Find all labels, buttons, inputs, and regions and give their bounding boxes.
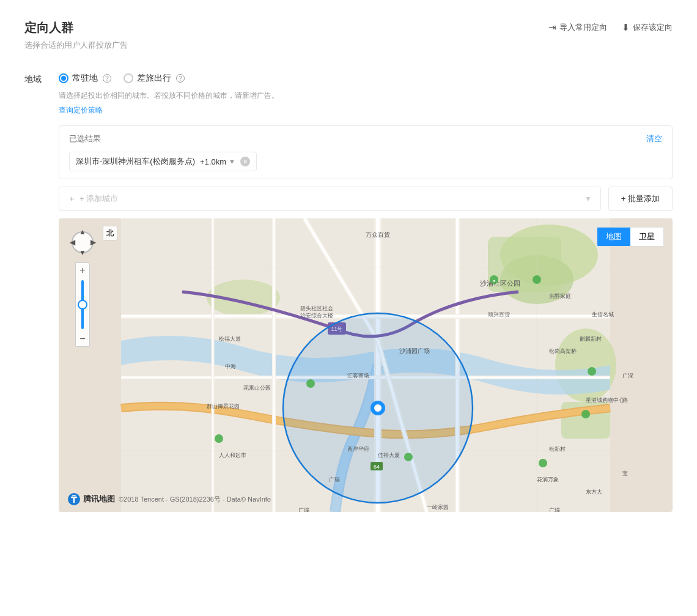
copyright-text: ©2018 Tencent - GS(2018)2236号 - Data© Na…: [119, 495, 271, 504]
header-left: 定向人群 选择合适的用户人群投放广告: [24, 20, 128, 51]
tencent-map-text: 腾讯地图: [83, 494, 115, 505]
save-button[interactable]: ⬇ 保存该定向: [622, 22, 673, 33]
selected-results-box: 已选结果 清空 深圳市-深圳神州租车(松岗服务点) +1.0km ▼ ✕: [59, 125, 673, 179]
zoom-out-button[interactable]: −: [75, 332, 90, 346]
svg-text:花润万象: 花润万象: [537, 477, 559, 483]
radio-travel[interactable]: 差旅出行 ?: [124, 73, 185, 84]
pricing-link[interactable]: 查询定价策略: [59, 105, 103, 116]
radio-permanent-label: 常驻地: [72, 73, 98, 84]
svg-point-60: [588, 367, 596, 376]
selected-tag: 深圳市-深圳神州租车(松岗服务点) +1.0km ▼ ✕: [69, 152, 257, 171]
import-icon: ⇥: [548, 22, 556, 33]
svg-point-23: [374, 404, 382, 412]
svg-text:64: 64: [374, 464, 380, 470]
import-button[interactable]: ⇥ 导入常用定向: [548, 22, 607, 33]
distance-value: +1.0km: [200, 157, 226, 166]
tencent-logo-icon: [67, 492, 81, 506]
svg-point-62: [533, 275, 541, 284]
map-background: 11号 沙浦社区公园 沙浦园广场 顺兴百货 碧头社区社会 治安综合大楼 松岗高架…: [59, 218, 673, 512]
map-navigation: ▲ ▼ ◀ ▶ + −: [67, 227, 98, 347]
svg-point-59: [404, 453, 413, 461]
radio-permanent[interactable]: 常驻地 ?: [59, 73, 111, 84]
map-copyright: 腾讯地图 ©2018 Tencent - GS(2018)2236号 - Dat…: [67, 492, 271, 506]
region-label: 地域: [24, 68, 59, 512]
nav-up-button[interactable]: ▲: [78, 227, 87, 237]
plus-icon: ＋: [68, 193, 76, 204]
svg-text:生信名城: 生信名城: [592, 311, 614, 317]
distance-arrow-icon: ▼: [229, 158, 235, 165]
zoom-control: + −: [75, 262, 90, 347]
region-section: 地域 常驻地 ? 差旅出行 ? 请选择起投出价相同的城市。若投放不同价格的城市，…: [24, 68, 673, 512]
svg-text:广深: 广深: [622, 373, 633, 379]
svg-point-57: [581, 410, 590, 418]
north-indicator: 北: [103, 226, 117, 240]
map-view-button[interactable]: 地图: [597, 228, 630, 246]
svg-text:碧头社区社会: 碧头社区社会: [300, 305, 333, 311]
batch-add-button[interactable]: + 批量添加: [608, 187, 673, 211]
svg-text:路: 路: [622, 397, 628, 403]
svg-text:松岗高架桥: 松岗高架桥: [549, 348, 577, 354]
radio-circle-travel: [124, 73, 133, 83]
page-container: 定向人群 选择合适的用户人群投放广告 ⇥ 导入常用定向 ⬇ 保存该定向 地域 常…: [0, 0, 697, 616]
svg-text:星港城购物中心: 星港城购物中心: [586, 397, 624, 403]
nav-left-button[interactable]: ◀: [67, 237, 77, 247]
permanent-help-icon[interactable]: ?: [103, 74, 111, 83]
svg-text:中海: 中海: [225, 363, 236, 369]
svg-text:万众百货: 万众百货: [366, 231, 390, 238]
save-icon: ⬇: [622, 22, 630, 33]
page-title: 定向人群: [24, 20, 128, 36]
satellite-view-button[interactable]: 卫星: [630, 228, 663, 246]
map-toggle: 地图 卫星: [597, 227, 664, 247]
svg-text:广瑞: 广瑞: [298, 507, 309, 512]
svg-text:汇客商场: 汇客商场: [347, 373, 369, 379]
results-label: 已选结果: [69, 133, 101, 144]
radio-group: 常驻地 ? 差旅出行 ?: [59, 68, 673, 84]
svg-point-56: [306, 379, 315, 388]
svg-text:松新村: 松新村: [549, 446, 566, 452]
select-arrow-icon: ▼: [585, 195, 592, 203]
page-subtitle: 选择合适的用户人群投放广告: [24, 40, 128, 51]
svg-text:人人和起市: 人人和起市: [219, 452, 246, 458]
svg-text:佳裕大厦: 佳裕大厦: [378, 452, 400, 458]
add-city-select[interactable]: ＋ + 添加城市 ▼: [59, 187, 601, 211]
zoom-thumb[interactable]: [78, 300, 87, 310]
svg-text:沙浦园广场: 沙浦园广场: [399, 347, 430, 354]
svg-text:西岸华府: 西岸华府: [347, 446, 369, 452]
zoom-track: [81, 280, 84, 329]
map-container: 11号 沙浦社区公园 沙浦园广场 顺兴百货 碧头社区社会 治安综合大楼 松岗高架…: [59, 218, 673, 512]
svg-text:洪爵家庭: 洪爵家庭: [549, 293, 571, 299]
tag-close-button[interactable]: ✕: [240, 157, 250, 166]
add-city-placeholder: ＋ + 添加城市: [68, 193, 118, 204]
svg-text:顺兴百货: 顺兴百货: [488, 311, 510, 317]
tencent-logo: 腾讯地图: [67, 492, 115, 506]
region-content: 常驻地 ? 差旅出行 ? 请选择起投出价相同的城市。若投放不同价格的城市，请新增…: [59, 68, 673, 512]
svg-point-58: [215, 434, 223, 443]
svg-text:广瑞: 广瑞: [329, 477, 340, 483]
nav-down-button[interactable]: ▼: [78, 248, 87, 258]
radio-travel-label: 差旅出行: [137, 73, 171, 84]
results-header: 已选结果 清空: [69, 133, 662, 144]
tag-distance: +1.0km ▼: [200, 157, 235, 166]
radio-circle-permanent: [59, 73, 68, 83]
svg-text:治安综合大楼: 治安综合大楼: [300, 313, 333, 319]
svg-text:●: ●: [493, 278, 495, 283]
svg-text:东方大: 东方大: [586, 489, 602, 495]
svg-text:群山御景花园: 群山御景花园: [207, 403, 240, 409]
clear-button[interactable]: 清空: [646, 133, 662, 144]
svg-text:沙浦社区公园: 沙浦社区公园: [480, 280, 520, 287]
svg-text:松福大道: 松福大道: [219, 336, 241, 342]
svg-point-61: [539, 459, 547, 467]
header-actions: ⇥ 导入常用定向 ⬇ 保存该定向: [548, 22, 673, 33]
add-city-row: ＋ + 添加城市 ▼ + 批量添加: [59, 187, 673, 211]
svg-text:广瑞: 广瑞: [549, 507, 560, 512]
svg-text:一岭家园: 一岭家园: [427, 504, 449, 510]
page-header: 定向人群 选择合适的用户人群投放广告 ⇥ 导入常用定向 ⬇ 保存该定向: [24, 20, 673, 51]
zoom-in-button[interactable]: +: [75, 263, 90, 278]
travel-help-icon[interactable]: ?: [176, 74, 185, 83]
hint-text: 请选择起投出价相同的城市。若投放不同价格的城市，请新增广告。: [59, 90, 673, 102]
nav-cross: ▲ ▼ ◀ ▶: [67, 227, 98, 258]
svg-text:麒麟新村: 麒麟新村: [580, 336, 602, 342]
nav-right-button[interactable]: ▶: [88, 237, 98, 247]
svg-text:宝: 宝: [622, 470, 628, 477]
svg-text:花果山公园: 花果山公园: [243, 385, 271, 391]
